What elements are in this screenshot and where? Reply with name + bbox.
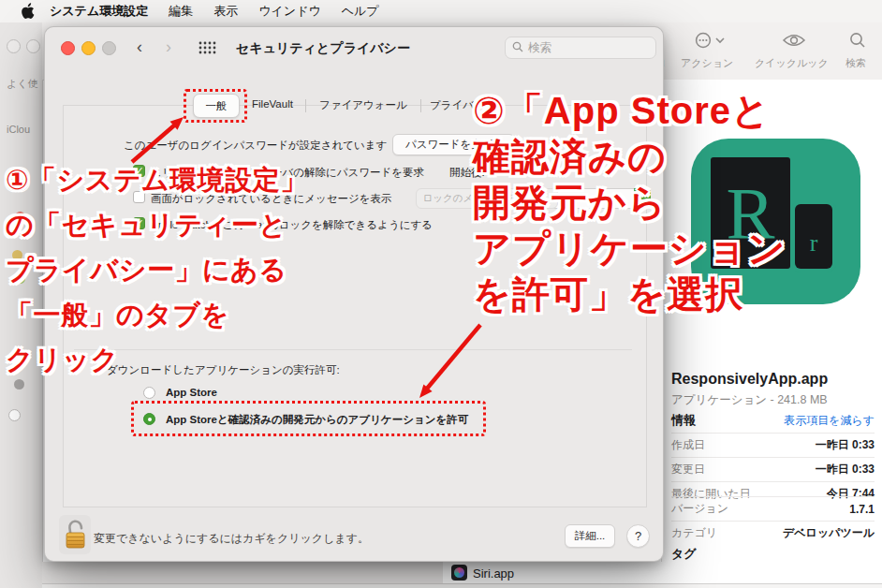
annotation-step1: ①「システム環境設定」 の「セキュリティーと プライバシー」にある 「一般」のタ…: [6, 157, 308, 382]
finder-search-icon[interactable]: [849, 32, 866, 52]
sidebar-section-icloud: iClou: [7, 124, 30, 135]
window-title: セキュリティとプライバシー: [236, 40, 410, 57]
forward-button[interactable]: ›: [166, 37, 171, 56]
advanced-button[interactable]: 詳細...: [565, 524, 615, 548]
toolbar-quicklook-label[interactable]: クイックルック: [755, 56, 829, 70]
toolbar-search-label[interactable]: 検索: [845, 56, 866, 70]
siri-app-icon: [451, 565, 467, 581]
info-row-modified: 変更日 一昨日 0:33: [671, 457, 875, 481]
sidebar-toolbar-icon[interactable]: [26, 39, 40, 53]
password-set-text: このユーザのログインパスワードが設定されています: [124, 139, 387, 153]
apple-logo-icon[interactable]: [21, 3, 35, 20]
tab-filevault[interactable]: FileVault: [252, 98, 293, 110]
annotation-step2: ②「App Storeと 確認済みの 開発元から アプリケーション を許可」を選…: [473, 88, 786, 317]
preview-file-name: ResponsivelyApp.app: [671, 371, 828, 388]
info-row-version: バージョン 1.7.1: [671, 496, 875, 521]
list-item-siri[interactable]: Siri.app: [473, 566, 514, 581]
lock-shackle: [69, 521, 82, 535]
menu-item-app[interactable]: システム環境設定: [50, 3, 148, 20]
help-button[interactable]: ?: [626, 524, 650, 548]
zoom-button[interactable]: [102, 41, 116, 55]
lock-button[interactable]: [59, 515, 91, 554]
toolbar-action-label[interactable]: アクション: [681, 56, 733, 70]
menu-bar: システム環境設定 編集 表示 ウインドウ ヘルプ: [0, 0, 882, 23]
close-button[interactable]: [61, 41, 75, 55]
menu-item-view[interactable]: 表示: [213, 3, 238, 20]
preview-file-meta: アプリケーション - 241.8 MB: [671, 392, 828, 408]
back-button[interactable]: ‹: [137, 37, 142, 56]
tab-separator: [420, 99, 421, 112]
list-gray-area: [42, 562, 443, 583]
sidebar-toolbar-icon[interactable]: [7, 39, 21, 53]
sidebar-section-favorites: よく使: [7, 77, 38, 91]
tab-separator: [305, 99, 306, 112]
tab-firewall[interactable]: ファイアウォール: [319, 98, 407, 112]
quick-look-eye-icon[interactable]: [782, 32, 806, 52]
app-icon-phone: r: [795, 204, 832, 269]
action-menu-icon[interactable]: [695, 32, 727, 52]
radio-app-store-label: App Store: [166, 387, 217, 398]
lock-hint-text: 変更できないようにするにはカギをクリックします。: [94, 531, 369, 547]
radio-app-store[interactable]: [143, 387, 155, 399]
menu-item-window[interactable]: ウインドウ: [258, 3, 321, 20]
show-all-grid-icon[interactable]: [198, 41, 216, 58]
menu-item-edit[interactable]: 編集: [169, 3, 193, 20]
window-bottom-edge: [42, 584, 882, 588]
minimize-button[interactable]: [81, 41, 96, 55]
search-icon: [512, 39, 523, 56]
tag-all-icon[interactable]: [8, 409, 21, 421]
info-row-created: 作成日 一昨日 0:33: [671, 433, 875, 457]
preview-tags-header: タグ: [671, 546, 697, 563]
highlight-general-tab: [184, 89, 247, 123]
info-row-category: カテゴリ デベロッパツール: [671, 521, 875, 545]
search-input[interactable]: 検索: [505, 37, 656, 59]
screen: システム環境設定 編集 表示 ウインドウ ヘルプ よく使 iClou 場所 加 …: [0, 0, 882, 588]
menu-item-help[interactable]: ヘルプ: [342, 3, 379, 20]
search-placeholder: 検索: [528, 40, 551, 56]
show-less-link[interactable]: 表示項目を減らす: [784, 413, 875, 429]
preview-info-header: 情報: [671, 412, 696, 429]
finder-list-strip: Siri.app: [42, 562, 882, 588]
highlight-identified-radio: [131, 401, 486, 436]
